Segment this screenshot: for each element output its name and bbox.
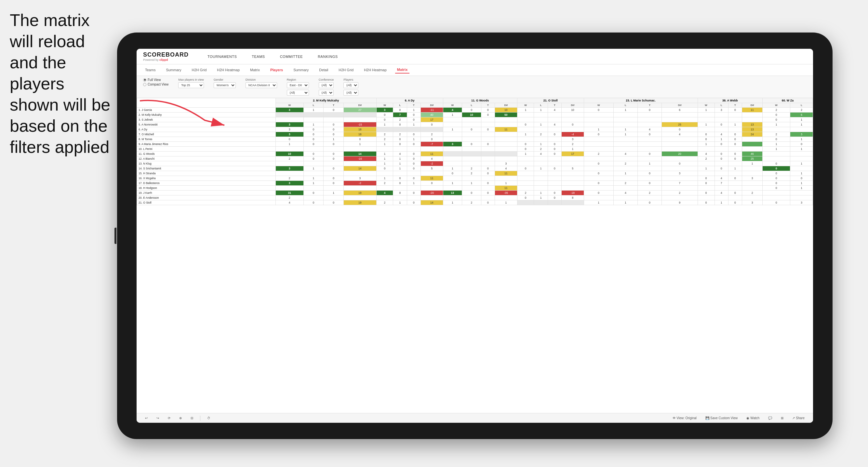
- col-header-stoll: 21. O Stoll: [517, 98, 584, 103]
- division-filter: Division NCAA Division II NCAA Division …: [246, 78, 277, 88]
- table-row: 13. N Klug 110-2 3 0210 1 01: [137, 161, 813, 166]
- logo-clippd: clippd: [159, 58, 168, 61]
- sub-nav-matrix[interactable]: Matrix: [248, 67, 262, 73]
- col-dif-2: Dif: [421, 103, 443, 107]
- compact-view-label: Compact View: [148, 83, 168, 86]
- comment-button[interactable]: 💬: [766, 415, 774, 421]
- watch-icon: ◉: [746, 416, 749, 420]
- table-row: 20. E Andersson 2 0108: [137, 195, 813, 200]
- undo-button[interactable]: ↩: [143, 415, 150, 421]
- share-label: Share: [796, 416, 805, 420]
- col-dif-1: Dif: [344, 103, 376, 107]
- col-header-webb: 38. A Webb: [698, 98, 762, 103]
- player-name: 2. M Kelly Mulcahy: [137, 113, 276, 117]
- table-row: 15. H Stranda 02011 0103 01: [137, 171, 813, 176]
- grid-button[interactable]: ⊞: [779, 415, 785, 421]
- matrix-table: 2. M Kelly Mulcahy 6. A Dy 11. G Woods 2…: [136, 98, 813, 205]
- players-all-select[interactable]: (All): [343, 90, 359, 96]
- bottom-toolbar: ↩ ↪ ⟳ ⊕ ⊟ ⏱ 👁 View: Original 💾 Save Cust…: [136, 413, 813, 423]
- table-row: 17. D Ballesteros 310-2 2010 1101 0207 0…: [137, 181, 813, 186]
- col-t-2: T: [407, 103, 421, 107]
- nav-rankings[interactable]: RANKINGS: [315, 53, 340, 60]
- nav-teams[interactable]: TEAMS: [249, 53, 267, 60]
- player-name: 12. A Bianchi: [137, 156, 276, 161]
- settings-button[interactable]: ⊟: [189, 415, 195, 421]
- col-t-4: T: [548, 103, 561, 107]
- tablet-screen: SCOREBOARD Powered by clippd TOURNAMENTS…: [136, 49, 813, 423]
- full-view-option[interactable]: Full View: [143, 78, 168, 82]
- sub-nav-h2h-heatmap[interactable]: H2H Heatmap: [215, 67, 242, 73]
- col-dif-5: Dif: [662, 103, 698, 107]
- logo-area: SCOREBOARD Powered by clippd: [143, 51, 189, 61]
- player-name: 13. N Klug: [137, 161, 276, 166]
- view-original-icon: 👁: [673, 416, 676, 420]
- col-l-4: L: [534, 103, 548, 107]
- col-header-woods: 11. G Woods: [443, 98, 517, 103]
- player-name: 6. A Dy: [137, 127, 276, 132]
- conference-all-select[interactable]: (All): [319, 90, 334, 96]
- col-header-mulcahy: 2. M Kelly Mulcahy: [275, 98, 376, 103]
- share-button[interactable]: ↗ Share: [790, 415, 807, 421]
- col-w-5: W: [584, 103, 613, 107]
- col-dif-4: Dif: [562, 103, 584, 107]
- sub-nav-teams[interactable]: Teams: [143, 67, 157, 73]
- region-select[interactable]: East - DII (All): [287, 82, 309, 88]
- compact-view-option[interactable]: Compact View: [143, 83, 168, 86]
- player-name: 16. X Mcgaha: [137, 176, 276, 181]
- table-row: 3. S Jelinek 02017 01: [137, 117, 813, 122]
- gender-filter: Gender Women's Men's: [214, 78, 236, 88]
- sub-nav-detail[interactable]: Detail: [317, 67, 330, 73]
- view-original-button[interactable]: 👁 View: Original: [671, 415, 699, 421]
- region-all-select[interactable]: (All): [287, 90, 309, 96]
- refresh-button[interactable]: ⟳: [166, 415, 173, 421]
- sub-nav-summary[interactable]: Summary: [164, 67, 183, 73]
- side-button: [115, 228, 117, 244]
- col-header-ady: 6. A Dy: [376, 98, 443, 103]
- nav-tournaments[interactable]: TOURNAMENTS: [205, 53, 239, 60]
- watch-label: Watch: [750, 416, 760, 420]
- sub-nav: Teams Summary H2H Grid H2H Heatmap Matri…: [136, 64, 813, 76]
- conference-label: Conference: [319, 78, 334, 81]
- table-row: 2. M Kelly Mulcahy 07040 110050 06: [137, 113, 813, 117]
- max-players-select[interactable]: Top 25 Top 50 All: [178, 82, 204, 88]
- sub-nav-h2h-grid2[interactable]: H2H Grid: [337, 67, 355, 73]
- player-name: 11. G Woods: [137, 152, 276, 156]
- col-l-3: L: [462, 103, 481, 107]
- zoom-button[interactable]: ⊕: [177, 415, 184, 421]
- region-label: Region: [287, 78, 309, 81]
- max-players-label: Max players in view: [178, 78, 204, 81]
- col-l-6: L: [714, 103, 728, 107]
- table-row: 14. S Srichantamit 31014 0105 1204 0105 …: [137, 166, 813, 171]
- sub-nav-matrix2[interactable]: Matrix: [395, 66, 409, 73]
- timer-button[interactable]: ⏱: [205, 415, 212, 421]
- sub-nav-h2h-heatmap2[interactable]: H2H Heatmap: [362, 67, 389, 73]
- filter-bar: Full View Compact View Max players in vi…: [136, 76, 813, 98]
- table-row: 9. A Maria Jimenez Rios 1001 100-7 300 0…: [137, 142, 813, 147]
- full-view-radio[interactable]: [143, 79, 146, 82]
- matrix-scroll-area[interactable]: 2. M Kelly Mulcahy 6. A Dy 11. G Woods 2…: [136, 98, 813, 413]
- player-name: 17. D Ballesteros: [137, 181, 276, 186]
- sub-nav-players[interactable]: Players: [268, 67, 285, 73]
- view-toggle: Full View Compact View: [143, 78, 168, 86]
- conference-select[interactable]: (All): [319, 82, 334, 88]
- nav-committee[interactable]: COMMITTEE: [277, 53, 306, 60]
- division-select[interactable]: NCAA Division II NCAA Division I: [246, 82, 277, 88]
- division-label: Division: [246, 78, 277, 81]
- compact-view-radio[interactable]: [143, 83, 146, 86]
- save-custom-button[interactable]: 💾 Save Custom View: [704, 415, 740, 421]
- col-t-5: T: [638, 103, 661, 107]
- col-l-1: L: [303, 103, 323, 107]
- watch-button[interactable]: ◉ Watch: [744, 415, 761, 421]
- gender-select[interactable]: Women's Men's: [214, 82, 236, 88]
- col-t-3: T: [481, 103, 495, 107]
- player-name: 8. M Torres: [137, 137, 276, 142]
- col-w-2: W: [376, 103, 393, 107]
- logo-powered: Powered by clippd: [143, 58, 189, 61]
- players-select[interactable]: (All): [343, 82, 359, 88]
- redo-button[interactable]: ↪: [154, 415, 161, 421]
- table-row: 7. O Mitchell 30018 2202 120-4 0104 0402…: [137, 132, 813, 137]
- sub-nav-summary2[interactable]: Summary: [291, 67, 311, 73]
- share-icon: ↗: [792, 416, 795, 420]
- sub-nav-h2h-grid[interactable]: H2H Grid: [190, 67, 209, 73]
- table-row: 18. H Hodgson 11 01: [137, 186, 813, 191]
